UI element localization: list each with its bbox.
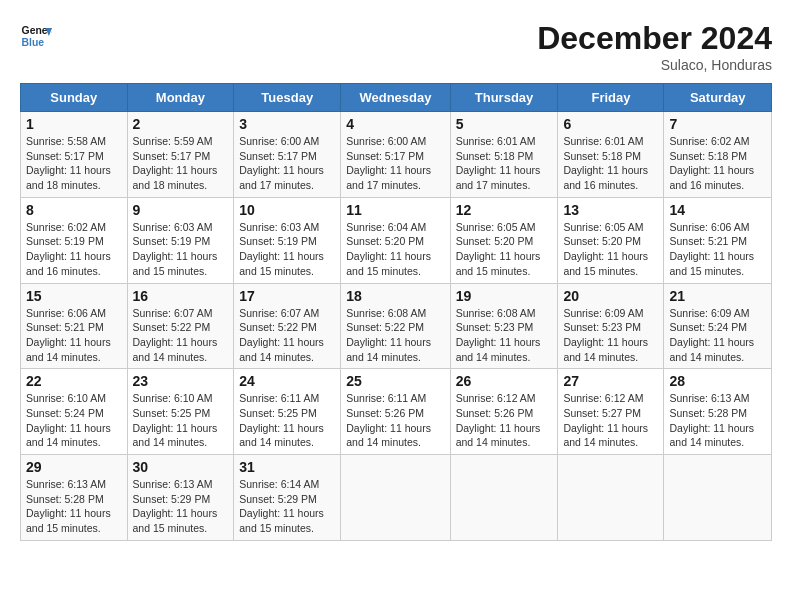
calendar-day-cell: 6Sunrise: 6:01 AM Sunset: 5:18 PM Daylig… — [558, 112, 664, 198]
calendar-day-cell: 1Sunrise: 5:58 AM Sunset: 5:17 PM Daylig… — [21, 112, 128, 198]
day-info: Sunrise: 6:03 AM Sunset: 5:19 PM Dayligh… — [239, 220, 335, 279]
calendar-day-cell: 28Sunrise: 6:13 AM Sunset: 5:28 PM Dayli… — [664, 369, 772, 455]
day-number: 24 — [239, 373, 335, 389]
day-info: Sunrise: 6:07 AM Sunset: 5:22 PM Dayligh… — [133, 306, 229, 365]
day-number: 16 — [133, 288, 229, 304]
day-number: 31 — [239, 459, 335, 475]
day-info: Sunrise: 6:01 AM Sunset: 5:18 PM Dayligh… — [456, 134, 553, 193]
calendar-day-cell: 10Sunrise: 6:03 AM Sunset: 5:19 PM Dayli… — [234, 197, 341, 283]
day-number: 4 — [346, 116, 444, 132]
day-number: 18 — [346, 288, 444, 304]
day-info: Sunrise: 6:10 AM Sunset: 5:25 PM Dayligh… — [133, 391, 229, 450]
col-thursday: Thursday — [450, 84, 558, 112]
day-number: 25 — [346, 373, 444, 389]
day-number: 30 — [133, 459, 229, 475]
logo: General Blue — [20, 20, 52, 52]
day-info: Sunrise: 6:02 AM Sunset: 5:19 PM Dayligh… — [26, 220, 122, 279]
calendar-day-cell: 11Sunrise: 6:04 AM Sunset: 5:20 PM Dayli… — [341, 197, 450, 283]
day-info: Sunrise: 6:01 AM Sunset: 5:18 PM Dayligh… — [563, 134, 658, 193]
day-number: 12 — [456, 202, 553, 218]
calendar-day-cell — [558, 455, 664, 541]
day-number: 2 — [133, 116, 229, 132]
day-number: 26 — [456, 373, 553, 389]
calendar-day-cell: 17Sunrise: 6:07 AM Sunset: 5:22 PM Dayli… — [234, 283, 341, 369]
calendar-day-cell — [341, 455, 450, 541]
day-number: 9 — [133, 202, 229, 218]
day-info: Sunrise: 5:59 AM Sunset: 5:17 PM Dayligh… — [133, 134, 229, 193]
calendar-week-row: 29Sunrise: 6:13 AM Sunset: 5:28 PM Dayli… — [21, 455, 772, 541]
calendar-body: 1Sunrise: 5:58 AM Sunset: 5:17 PM Daylig… — [21, 112, 772, 541]
day-number: 10 — [239, 202, 335, 218]
day-number: 27 — [563, 373, 658, 389]
day-number: 11 — [346, 202, 444, 218]
day-number: 22 — [26, 373, 122, 389]
day-number: 29 — [26, 459, 122, 475]
col-wednesday: Wednesday — [341, 84, 450, 112]
day-info: Sunrise: 6:03 AM Sunset: 5:19 PM Dayligh… — [133, 220, 229, 279]
page-header: General Blue December 2024 Sulaco, Hondu… — [20, 20, 772, 73]
day-info: Sunrise: 6:05 AM Sunset: 5:20 PM Dayligh… — [456, 220, 553, 279]
calendar-day-cell: 9Sunrise: 6:03 AM Sunset: 5:19 PM Daylig… — [127, 197, 234, 283]
calendar-day-cell: 21Sunrise: 6:09 AM Sunset: 5:24 PM Dayli… — [664, 283, 772, 369]
day-info: Sunrise: 6:09 AM Sunset: 5:24 PM Dayligh… — [669, 306, 766, 365]
calendar-day-cell: 23Sunrise: 6:10 AM Sunset: 5:25 PM Dayli… — [127, 369, 234, 455]
day-info: Sunrise: 6:11 AM Sunset: 5:26 PM Dayligh… — [346, 391, 444, 450]
day-number: 19 — [456, 288, 553, 304]
month-title: December 2024 — [537, 20, 772, 57]
calendar-day-cell: 31Sunrise: 6:14 AM Sunset: 5:29 PM Dayli… — [234, 455, 341, 541]
day-number: 3 — [239, 116, 335, 132]
calendar-day-cell: 29Sunrise: 6:13 AM Sunset: 5:28 PM Dayli… — [21, 455, 128, 541]
calendar-day-cell: 20Sunrise: 6:09 AM Sunset: 5:23 PM Dayli… — [558, 283, 664, 369]
day-info: Sunrise: 5:58 AM Sunset: 5:17 PM Dayligh… — [26, 134, 122, 193]
day-number: 23 — [133, 373, 229, 389]
calendar-header-row: Sunday Monday Tuesday Wednesday Thursday… — [21, 84, 772, 112]
calendar-day-cell: 2Sunrise: 5:59 AM Sunset: 5:17 PM Daylig… — [127, 112, 234, 198]
logo-icon: General Blue — [20, 20, 52, 52]
calendar-day-cell: 12Sunrise: 6:05 AM Sunset: 5:20 PM Dayli… — [450, 197, 558, 283]
day-info: Sunrise: 6:08 AM Sunset: 5:22 PM Dayligh… — [346, 306, 444, 365]
calendar-day-cell: 7Sunrise: 6:02 AM Sunset: 5:18 PM Daylig… — [664, 112, 772, 198]
day-info: Sunrise: 6:14 AM Sunset: 5:29 PM Dayligh… — [239, 477, 335, 536]
day-info: Sunrise: 6:06 AM Sunset: 5:21 PM Dayligh… — [669, 220, 766, 279]
day-number: 6 — [563, 116, 658, 132]
calendar-day-cell: 14Sunrise: 6:06 AM Sunset: 5:21 PM Dayli… — [664, 197, 772, 283]
calendar-day-cell: 27Sunrise: 6:12 AM Sunset: 5:27 PM Dayli… — [558, 369, 664, 455]
day-info: Sunrise: 6:07 AM Sunset: 5:22 PM Dayligh… — [239, 306, 335, 365]
location-subtitle: Sulaco, Honduras — [537, 57, 772, 73]
calendar-day-cell: 19Sunrise: 6:08 AM Sunset: 5:23 PM Dayli… — [450, 283, 558, 369]
calendar-table: Sunday Monday Tuesday Wednesday Thursday… — [20, 83, 772, 541]
day-number: 1 — [26, 116, 122, 132]
calendar-week-row: 1Sunrise: 5:58 AM Sunset: 5:17 PM Daylig… — [21, 112, 772, 198]
day-info: Sunrise: 6:06 AM Sunset: 5:21 PM Dayligh… — [26, 306, 122, 365]
svg-text:Blue: Blue — [22, 37, 45, 48]
day-info: Sunrise: 6:12 AM Sunset: 5:27 PM Dayligh… — [563, 391, 658, 450]
col-saturday: Saturday — [664, 84, 772, 112]
day-info: Sunrise: 6:08 AM Sunset: 5:23 PM Dayligh… — [456, 306, 553, 365]
calendar-day-cell: 15Sunrise: 6:06 AM Sunset: 5:21 PM Dayli… — [21, 283, 128, 369]
day-number: 14 — [669, 202, 766, 218]
calendar-day-cell: 3Sunrise: 6:00 AM Sunset: 5:17 PM Daylig… — [234, 112, 341, 198]
calendar-day-cell: 13Sunrise: 6:05 AM Sunset: 5:20 PM Dayli… — [558, 197, 664, 283]
calendar-day-cell — [450, 455, 558, 541]
day-number: 20 — [563, 288, 658, 304]
day-info: Sunrise: 6:02 AM Sunset: 5:18 PM Dayligh… — [669, 134, 766, 193]
calendar-day-cell: 16Sunrise: 6:07 AM Sunset: 5:22 PM Dayli… — [127, 283, 234, 369]
col-friday: Friday — [558, 84, 664, 112]
calendar-week-row: 22Sunrise: 6:10 AM Sunset: 5:24 PM Dayli… — [21, 369, 772, 455]
day-number: 13 — [563, 202, 658, 218]
calendar-day-cell: 22Sunrise: 6:10 AM Sunset: 5:24 PM Dayli… — [21, 369, 128, 455]
day-info: Sunrise: 6:00 AM Sunset: 5:17 PM Dayligh… — [239, 134, 335, 193]
calendar-day-cell: 5Sunrise: 6:01 AM Sunset: 5:18 PM Daylig… — [450, 112, 558, 198]
day-info: Sunrise: 6:05 AM Sunset: 5:20 PM Dayligh… — [563, 220, 658, 279]
day-info: Sunrise: 6:00 AM Sunset: 5:17 PM Dayligh… — [346, 134, 444, 193]
day-info: Sunrise: 6:13 AM Sunset: 5:28 PM Dayligh… — [669, 391, 766, 450]
col-tuesday: Tuesday — [234, 84, 341, 112]
day-info: Sunrise: 6:10 AM Sunset: 5:24 PM Dayligh… — [26, 391, 122, 450]
day-info: Sunrise: 6:12 AM Sunset: 5:26 PM Dayligh… — [456, 391, 553, 450]
day-number: 15 — [26, 288, 122, 304]
calendar-day-cell — [664, 455, 772, 541]
calendar-day-cell: 8Sunrise: 6:02 AM Sunset: 5:19 PM Daylig… — [21, 197, 128, 283]
day-info: Sunrise: 6:11 AM Sunset: 5:25 PM Dayligh… — [239, 391, 335, 450]
calendar-week-row: 15Sunrise: 6:06 AM Sunset: 5:21 PM Dayli… — [21, 283, 772, 369]
day-number: 7 — [669, 116, 766, 132]
